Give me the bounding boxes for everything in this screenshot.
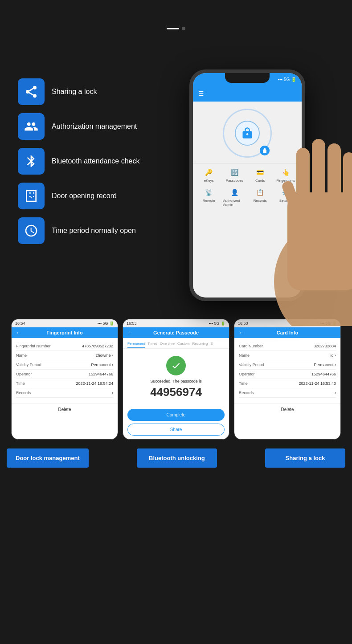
nav-buttons: Door lock managementBluetooth unlockingS…: [0, 440, 352, 477]
feature-auth: Authorization management: [18, 113, 151, 140]
mini-status: 16:54 ▪▪▪ 5G 🔋: [12, 319, 118, 327]
mini-body: Fingerprint Number 47357890527232 Name z…: [12, 338, 118, 401]
mini-header-title: Generate Passcode: [153, 330, 199, 335]
success-circle: [166, 356, 186, 375]
complete-btn[interactable]: Complete: [127, 409, 225, 421]
back-arrow[interactable]: ←: [239, 330, 244, 336]
feature-label-door: Door opening record: [52, 192, 117, 200]
feature-icon-box-time: [18, 217, 45, 244]
feature-icon-box-sharing: [18, 78, 45, 105]
feature-icon-box-door: [18, 183, 45, 209]
app-grid-item-ekeys: 🔑 eKeys: [196, 165, 221, 184]
svg-point-2: [33, 94, 37, 98]
hand-area: [261, 112, 352, 328]
svg-rect-10: [327, 143, 341, 206]
mini-phone-fingerprint: 16:54 ▪▪▪ 5G 🔋 ← Fingerprint Info Finger…: [11, 319, 118, 440]
mini-status: 16:53 ▪▪▪ 5G 🔋: [123, 319, 229, 327]
screens-row: 16:54 ▪▪▪ 5G 🔋 ← Fingerprint Info Finger…: [9, 319, 343, 440]
mini-header-title: Card Info: [277, 330, 298, 335]
svg-rect-11: [343, 152, 352, 206]
app-grid-item-passcodes: 🔢 Passcodes: [222, 165, 247, 184]
back-arrow[interactable]: ←: [127, 330, 133, 336]
mini-row: Time 2022-11-24 16:53:40: [239, 379, 336, 388]
mini-row: Name zhowme ›: [16, 351, 113, 360]
passcode-number: 44956974: [150, 385, 202, 399]
mini-header-title: Fingerprint Info: [46, 330, 82, 335]
mini-header: ← Generate Passcode: [123, 327, 229, 338]
feature-door: Door opening record: [18, 183, 151, 209]
share-btn[interactable]: Share: [127, 424, 225, 436]
dot-line: [167, 28, 179, 29]
svg-point-5: [31, 197, 32, 199]
feature-sharing: Sharing a lock: [18, 78, 151, 105]
phone-notch: [225, 73, 270, 83]
divider-dots: [27, 27, 325, 30]
phone-mockup-container: ▪▪▪ 5G 🔋 ☰: [160, 69, 334, 301]
lock-icon-center: [235, 121, 260, 146]
mini-header: ← Fingerprint Info: [12, 327, 118, 338]
back-arrow[interactable]: ←: [16, 330, 21, 336]
feature-bluetooth: Bluetooth attendance check: [18, 148, 151, 175]
success-text: Succeeded. The passcode is: [150, 379, 201, 383]
middle-section: Sharing a lock Authorization management …: [0, 65, 352, 310]
feature-label-bluetooth: Bluetooth attendance check: [52, 157, 139, 165]
nav-btn-sharing-lock[interactable]: Sharing a lock: [265, 448, 345, 468]
mini-row: Validity Period Permanent ›: [239, 360, 336, 370]
mini-phone-passcode: 16:53 ▪▪▪ 5G 🔋 ← Generate Passcode Perma…: [123, 319, 229, 440]
mini-row: Operator 15294644766: [16, 370, 113, 379]
mini-row: Time 2022-11-24 16:54:24: [16, 379, 113, 388]
mini-row: Operator 15294644766: [239, 370, 336, 379]
nav-btn-bluetooth-unlock[interactable]: Bluetooth unlocking: [137, 448, 217, 468]
bottom-section: 16:54 ▪▪▪ 5G 🔋 ← Fingerprint Info Finger…: [0, 310, 352, 440]
features-list: Sharing a lock Authorization management …: [18, 69, 151, 301]
svg-line-4: [29, 89, 33, 91]
svg-rect-8: [296, 148, 310, 206]
mini-row: Validity Period Permanent ›: [16, 360, 113, 370]
dot-small: [182, 27, 185, 30]
app-grid-item-remote: 📡 Remote: [196, 185, 221, 208]
svg-point-1: [26, 90, 29, 94]
feature-label-auth: Authorization management: [52, 122, 137, 130]
menu-icon: ☰: [198, 90, 204, 97]
delete-btn[interactable]: Delete: [234, 403, 340, 416]
svg-rect-9: [312, 139, 325, 206]
mini-row: Fingerprint Number 47357890527232: [16, 342, 113, 351]
delete-btn[interactable]: Delete: [12, 403, 118, 416]
mini-header: ← Card Info: [234, 327, 340, 338]
mini-row: Card Number 3262732834: [239, 342, 336, 351]
app-grid-item-authorized-admin: 👤 Authorized Admin: [222, 185, 247, 208]
mini-row: Name id ›: [239, 351, 336, 360]
feature-label-time: Time period normally open: [52, 227, 136, 235]
passcode-tabs: PermanentTimedOne-timeCustomRecurringE: [123, 338, 229, 349]
mini-row: Records ›: [16, 388, 113, 398]
svg-line-3: [29, 93, 33, 95]
top-section: [0, 0, 352, 65]
phone-signal: ▪▪▪ 5G 🔋: [278, 77, 296, 82]
passcode-success: Succeeded. The passcode is 44956974: [123, 349, 229, 406]
mini-body: Card Number 3262732834 Name id › Validit…: [234, 338, 340, 401]
svg-point-0: [33, 86, 37, 90]
phone-app-bar: ☰: [193, 86, 302, 102]
feature-time: Time period normally open: [18, 217, 151, 244]
feature-icon-box-auth: [18, 113, 45, 140]
feature-icon-box-bluetooth: [18, 148, 45, 175]
mini-row: Records ›: [239, 388, 336, 398]
nav-btn-door-lock[interactable]: Door lock management: [7, 448, 89, 468]
feature-label-sharing: Sharing a lock: [52, 88, 97, 96]
mini-phone-card: 16:53 ▪▪▪ 5G 🔋 ← Card Info Card Number 3…: [234, 319, 341, 440]
